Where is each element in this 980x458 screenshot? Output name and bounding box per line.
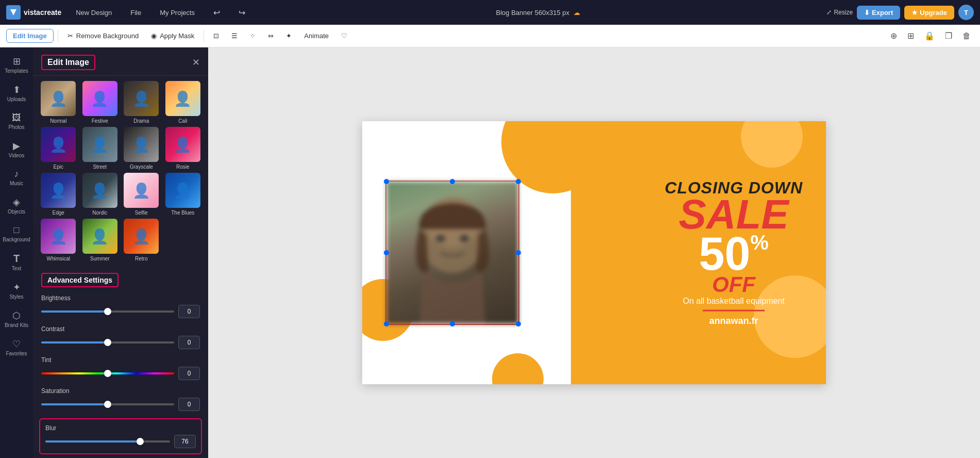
sidebar-item-music[interactable]: ♪ Music (2, 165, 31, 190)
remove-bg-label: Remove Background (76, 32, 139, 40)
handle-mid-right[interactable] (516, 250, 521, 255)
layers-button[interactable]: ⊕ (887, 29, 900, 43)
filter-selfie[interactable]: 👤 Selfie (122, 173, 161, 216)
saturation-slider-wrap[interactable] (41, 399, 174, 410)
blur-track (45, 440, 170, 443)
handle-mid-left[interactable] (384, 250, 389, 255)
sidebar-item-objects[interactable]: ◈ Objects (2, 192, 31, 219)
uploads-icon: ⬆ (13, 84, 21, 95)
resize-button[interactable]: ⤢ Resize (826, 9, 853, 16)
sidebar-item-brand-kits[interactable]: ⬡ Brand Kits (2, 306, 31, 332)
my-projects-button[interactable]: My Projects (156, 7, 199, 19)
delete-button[interactable]: 🗑 (959, 29, 974, 43)
blur-label: Blur (45, 424, 196, 432)
edit-image-button[interactable]: Edit Image (6, 29, 54, 43)
lock-button[interactable]: 🔒 (921, 29, 938, 43)
secondary-toolbar: Edit Image ✂ Remove Background ◉ Apply M… (0, 25, 980, 47)
brightness-slider-wrap[interactable] (41, 306, 174, 317)
sparkle-button[interactable]: ✦ (281, 29, 297, 42)
list-icon-button[interactable]: ☰ (226, 29, 243, 42)
topbar-center: Blog Banner 560x315 px ☁ (496, 9, 580, 17)
apply-mask-button[interactable]: ◉ Apply Mask (146, 29, 199, 42)
blur-slider-group: 76 (45, 435, 196, 448)
contrast-value: 0 (178, 336, 200, 349)
brightness-slider-row: Brightness 0 (41, 295, 200, 318)
banner-text-area: CLOSING DOWN SALE 50% OFF On all basketb… (665, 179, 803, 326)
selected-image-inner (386, 182, 518, 324)
tint-thumb[interactable] (104, 370, 111, 377)
sidebar-icons: ⊞ Templates ⬆ Uploads 🖼 Photos ▶ Videos … (0, 47, 33, 458)
sidebar-item-background[interactable]: □ Background (2, 221, 31, 247)
sidebar-item-videos[interactable]: ▶ Videos (2, 136, 31, 162)
contrast-slider-wrap[interactable] (41, 337, 174, 348)
brand-kits-label: Brand Kits (5, 322, 28, 328)
handle-top-left[interactable] (384, 179, 389, 184)
filter-nordic-label: Nordic (92, 210, 107, 216)
filter-whimsical[interactable]: 👤 Whimsical (39, 219, 78, 261)
flip-button[interactable]: ⇔ (263, 29, 279, 42)
sidebar-item-photos[interactable]: 🖼 Photos (2, 108, 31, 134)
animate-button[interactable]: Animate (299, 29, 334, 42)
sidebar-item-uploads[interactable]: ⬆ Uploads (2, 80, 31, 106)
text-label: Text (12, 266, 21, 271)
scatter-button[interactable]: ⁘ (245, 29, 261, 42)
design-canvas: CLOSING DOWN SALE 50% OFF On all basketb… (362, 121, 826, 384)
saturation-thumb[interactable] (104, 401, 111, 408)
face-svg (386, 182, 518, 324)
filter-street[interactable]: 👤 Street (81, 127, 120, 170)
sidebar-item-styles[interactable]: ✦ Styles (2, 277, 31, 304)
sidebar-item-favorites[interactable]: ♡ Favorites (2, 334, 31, 361)
filter-edge[interactable]: 👤 Edge (39, 173, 78, 216)
tint-slider-wrap[interactable] (41, 368, 174, 379)
contrast-slider-group: 0 (41, 336, 200, 349)
export-button[interactable]: ⬇ Export (857, 6, 900, 20)
remove-background-button[interactable]: ✂ Remove Background (62, 29, 144, 42)
contrast-track (41, 341, 174, 343)
redo-button[interactable]: ↪ (234, 6, 249, 20)
filter-festive[interactable]: 👤 Festive (81, 81, 120, 124)
handle-top-right[interactable] (516, 179, 521, 184)
panel-close-button[interactable]: ✕ (192, 57, 200, 68)
favorites-label: Favorites (6, 351, 27, 356)
filter-epic[interactable]: 👤 Epic (39, 127, 78, 170)
filter-blues-thumb: 👤 (165, 173, 200, 208)
duplicate-button[interactable]: ❐ (942, 29, 955, 43)
styles-label: Styles (9, 294, 23, 300)
filter-normal[interactable]: 👤 Normal (39, 81, 78, 124)
handle-top-mid[interactable] (450, 179, 455, 184)
blur-thumb[interactable] (137, 438, 144, 445)
file-button[interactable]: File (126, 7, 145, 19)
align-button[interactable]: ⊞ (904, 29, 917, 43)
brightness-thumb[interactable] (104, 308, 111, 315)
filter-rosie[interactable]: 👤 Rosie (164, 127, 202, 170)
filter-normal-label: Normal (50, 118, 66, 124)
brand-kits-icon: ⬡ (12, 310, 21, 321)
crop-button[interactable]: ⊡ (208, 29, 224, 42)
filter-retro[interactable]: 👤 Retro (122, 219, 161, 261)
filter-summer[interactable]: 👤 Summer (81, 219, 120, 261)
undo-button[interactable]: ↩ (209, 6, 224, 20)
filter-cali[interactable]: 👤 Cali (164, 81, 202, 124)
panel-title: Edit Image (41, 55, 95, 70)
star-icon: ★ (911, 9, 918, 17)
filter-nordic[interactable]: 👤 Nordic (81, 173, 120, 216)
heart-button[interactable]: ♡ (336, 29, 352, 42)
new-design-button[interactable]: New Design (72, 7, 116, 19)
sidebar-item-text[interactable]: T Text (2, 249, 31, 275)
handle-bottom-right[interactable] (516, 321, 521, 326)
blur-slider-wrap[interactable] (45, 436, 170, 447)
filter-summer-label: Summer (90, 256, 110, 261)
heart-icon: ♡ (341, 32, 347, 40)
saturation-label: Saturation (41, 387, 200, 395)
contrast-thumb[interactable] (104, 339, 111, 346)
music-icon: ♪ (14, 169, 19, 179)
upgrade-button[interactable]: ★ Upgrade (904, 6, 954, 20)
filter-grayscale[interactable]: 👤 Grayscale (122, 127, 161, 170)
sidebar-item-templates[interactable]: ⊞ Templates (2, 52, 31, 78)
filter-the-blues[interactable]: 👤 The Blues (164, 173, 202, 216)
handle-bottom-mid[interactable] (450, 321, 455, 326)
selected-image[interactable] (385, 181, 519, 325)
handle-bottom-left[interactable] (384, 321, 389, 326)
saturation-slider-row: Saturation 0 (41, 387, 200, 411)
filter-drama[interactable]: 👤 Drama (122, 81, 161, 124)
